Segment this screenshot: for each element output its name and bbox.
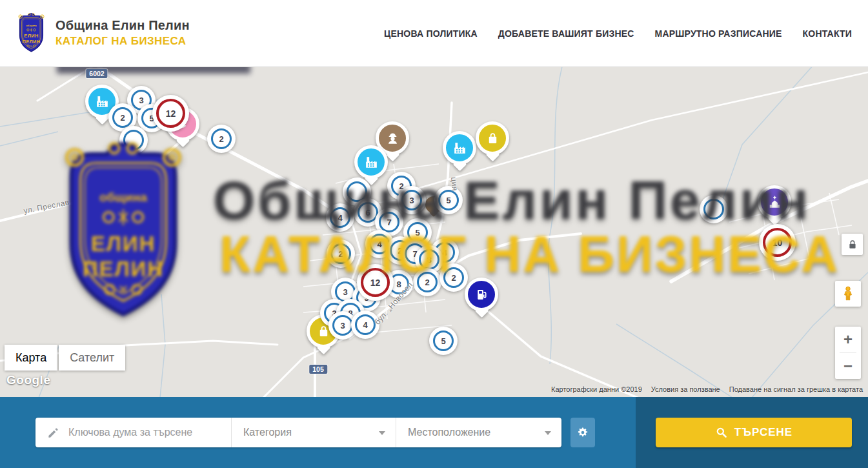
map-attribution: Картографски данни ©2019 Условия за полз…: [551, 385, 863, 393]
nav-route-schedule[interactable]: МАРШРУТНО РАЗПИСАНИЕ: [655, 28, 782, 39]
church-icon: [758, 185, 791, 219]
cluster-ring: 4: [355, 314, 376, 335]
cluster-ring: 3: [332, 315, 353, 336]
search-button[interactable]: ТЪРСЕНЕ: [656, 418, 852, 447]
cluster-ring: 2: [112, 107, 133, 128]
cluster-marker[interactable]: 12: [357, 264, 394, 301]
cluster-count: 2: [219, 134, 223, 144]
category-placeholder: Категория: [232, 427, 292, 438]
cluster-ring: 7: [379, 212, 399, 232]
bag-icon: [476, 121, 509, 155]
cluster-ring: [123, 130, 144, 150]
svg-text:ПЕЛИН: ПЕЛИН: [22, 39, 40, 45]
street-name-label: ул. Преслав: [23, 198, 70, 215]
cluster-marker[interactable]: 4: [326, 203, 354, 232]
fuel-icon: [465, 278, 498, 311]
cluster-marker[interactable]: 2: [439, 263, 468, 292]
zoom-out-button[interactable]: −: [835, 353, 861, 379]
cluster-ring: 5: [433, 331, 454, 351]
svg-text:община: община: [26, 24, 37, 27]
padlock-icon: [846, 238, 859, 251]
cluster-marker[interactable]: [119, 126, 148, 154]
cluster-count: 8: [427, 255, 431, 265]
map-type-satellite-button[interactable]: Сателит: [59, 345, 125, 371]
keyword-search-input[interactable]: [67, 426, 216, 439]
map-lock-button[interactable]: [842, 234, 863, 255]
map-type-map-button[interactable]: Карта: [5, 345, 57, 371]
cluster-marker[interactable]: 2: [207, 125, 236, 153]
cluster-count: 3: [340, 321, 345, 331]
cluster-marker[interactable]: 3: [398, 186, 426, 214]
cluster-marker[interactable]: 5: [429, 327, 458, 355]
map-canvas[interactable]: 3251222356475427482221283338345106002105…: [0, 67, 868, 397]
cluster-marker[interactable]: 12: [152, 95, 189, 132]
page: община ЕЛИН ПЕЛИН Община Елин Пелин КАТА…: [0, 0, 868, 468]
cluster-count: 5: [415, 228, 419, 238]
main-nav: ЦЕНОВА ПОЛИТИКА ДОБАВЕТЕ ВАШИЯТ БИЗНЕС М…: [384, 0, 852, 66]
map-type-control: Карта Сателит: [5, 345, 125, 371]
chevron-down-icon: [545, 431, 551, 435]
cluster-ring: [703, 199, 724, 219]
cluster-count: 3: [343, 287, 347, 297]
search-input-group: Категория Местоположение: [35, 418, 561, 447]
cluster-ring: 12: [156, 99, 185, 128]
bag-marker[interactable]: [476, 121, 509, 155]
cluster-marker[interactable]: 4: [351, 310, 379, 339]
cluster-count: 4: [377, 239, 381, 249]
cluster-count: 5: [446, 196, 450, 205]
cluster-count: 2: [451, 273, 456, 283]
search-bar: Категория Местоположение ТЪРСЕНЕ: [0, 397, 868, 468]
cluster-count: 5: [441, 336, 445, 346]
factory-marker[interactable]: [443, 131, 476, 165]
church-marker[interactable]: [758, 185, 791, 219]
cluster-marker[interactable]: 2: [327, 239, 355, 268]
location-select[interactable]: Местоположение: [396, 418, 561, 447]
cluster-marker[interactable]: 2: [413, 268, 441, 296]
cluster-marker[interactable]: 10: [759, 224, 796, 261]
site-logo[interactable]: община ЕЛИН ПЕЛИН Община Елин Пелин КАТА…: [16, 12, 190, 54]
cluster-count: 2: [425, 278, 429, 287]
zoom-in-button[interactable]: +: [835, 327, 861, 352]
attribution-report-link[interactable]: Подаване на сигнал за грешка в картата: [729, 385, 863, 393]
google-logo[interactable]: Google: [6, 373, 50, 387]
nav-pricing[interactable]: ЦЕНОВА ПОЛИТИКА: [384, 28, 478, 39]
location-placeholder: Местоположение: [396, 427, 490, 438]
nav-contacts[interactable]: КОНТАКТИ: [803, 28, 852, 39]
advanced-settings-button[interactable]: [570, 418, 595, 447]
road-number-label: 105: [309, 365, 327, 374]
street-name-label: ция: [449, 177, 459, 192]
cluster-ring: 12: [361, 268, 390, 297]
cluster-ring: 5: [438, 190, 459, 210]
cluster-count: 10: [772, 238, 783, 248]
cluster-ring: 4: [330, 207, 350, 228]
cluster-count: 7: [387, 218, 391, 227]
cluster-ring: 2: [417, 272, 438, 292]
site-subtitle: КАТАЛОГ НА БИЗНЕСА: [56, 35, 190, 48]
factory-icon: [443, 131, 476, 165]
cluster-count: 12: [166, 108, 176, 119]
cluster-ring: 2: [330, 243, 351, 264]
pencil-icon: [47, 427, 59, 439]
cluster-ring: 2: [443, 267, 464, 288]
municipality-crest-logo: община ЕЛИН ПЕЛИН: [16, 12, 46, 54]
factory-marker[interactable]: [354, 145, 388, 179]
cluster-count: 4: [363, 320, 367, 330]
cluster-count: 4: [338, 213, 342, 223]
zoom-control: + −: [835, 327, 861, 379]
attribution-terms-link[interactable]: Условия за ползване: [651, 385, 720, 393]
cluster-marker[interactable]: [700, 195, 728, 223]
cluster-count: 2: [338, 249, 343, 259]
category-select[interactable]: Категория: [231, 418, 396, 447]
cluster-count: 2: [120, 113, 125, 123]
road-number-label: 6002: [86, 69, 107, 78]
site-title: Община Елин Пелин: [56, 18, 190, 33]
cluster-count: 3: [139, 96, 143, 105]
magnifier-icon: [715, 426, 728, 439]
markers-layer: 3251222356475427482221283338345106002105…: [0, 67, 868, 397]
factory-icon: [354, 145, 388, 179]
svg-text:ЕЛИН: ЕЛИН: [24, 33, 38, 39]
fuel-marker[interactable]: [465, 278, 498, 311]
nav-add-business[interactable]: ДОБАВЕТЕ ВАШИЯТ БИЗНЕС: [498, 28, 634, 39]
header: община ЕЛИН ПЕЛИН Община Елин Пелин КАТА…: [0, 0, 868, 66]
street-view-pegman-button[interactable]: [835, 281, 861, 307]
